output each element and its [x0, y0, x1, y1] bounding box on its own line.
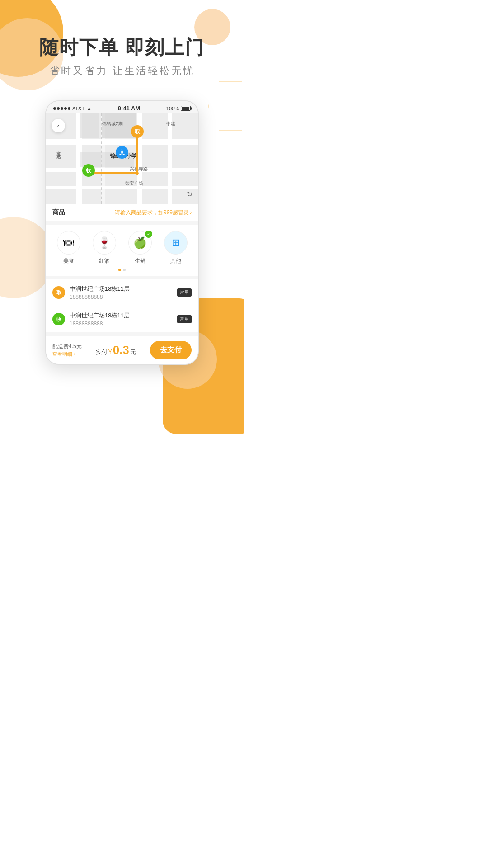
deliver-name: 中润世纪广场18栋11层 [70, 311, 173, 320]
map-area: 锦绣城2期 中建 齐鲁大道 锦绣城小学 兴福寺路 荣宝广场 取 文 收 ‹ [46, 113, 198, 204]
take-pin: 取 [52, 286, 65, 299]
map-label-qilu: 齐鲁大道 [55, 148, 61, 151]
map-label-rongbao: 荣宝广场 [125, 180, 143, 187]
delivery-fee: 配送费4.5元 [52, 343, 82, 350]
price-section: 实付 ¥ 0.3 元 [96, 343, 136, 357]
category-section: 🍽 美食 🍷 红酒 🍏 ✓ [46, 225, 198, 279]
hero-subtitle: 省时又省力 让生活轻松无忧 [18, 64, 226, 78]
food-icon: 🍽 [63, 236, 74, 249]
pin-school: 文 [116, 146, 128, 159]
take-tag: 常用 [177, 288, 192, 297]
price-unit: 元 [130, 348, 136, 356]
battery-icon [181, 106, 191, 111]
phone-container: AT&T ▲ 9:41 AM 100% [0, 91, 244, 365]
pin-deliver: 收 [82, 164, 95, 177]
food-label: 美食 [63, 257, 74, 265]
status-bar: AT&T ▲ 9:41 AM 100% [46, 101, 198, 113]
signal-dots [53, 107, 70, 110]
deliver-phone: 18888888888 [70, 321, 173, 327]
category-other[interactable]: ⊞ 其他 [164, 231, 188, 265]
price-value: 0.3 [113, 343, 129, 357]
delivery-detail[interactable]: 查看明细 › [52, 351, 82, 358]
status-left: AT&T ▲ [53, 105, 92, 112]
dot-2 [123, 269, 126, 271]
category-food[interactable]: 🍽 美食 [57, 231, 80, 265]
hero-title: 随时下单 即刻上门 [18, 36, 226, 59]
goods-label: 商品 [52, 208, 65, 217]
address-take[interactable]: 取 中润世纪广场18栋11层 18888888888 常用 [46, 279, 198, 306]
category-list: 🍽 美食 🍷 红酒 🍏 ✓ [51, 231, 193, 265]
pin-take: 取 [131, 125, 144, 138]
deliver-info: 中润世纪广场18栋11层 18888888888 [70, 311, 173, 327]
fresh-label: 生鲜 [135, 257, 145, 265]
fresh-check: ✓ [145, 231, 152, 238]
hint-arrow: › [190, 209, 192, 216]
category-fresh[interactable]: 🍏 ✓ 生鲜 [128, 231, 152, 265]
category-dots [51, 269, 193, 271]
take-name: 中润世纪广场18栋11层 [70, 285, 173, 293]
take-info: 中润世纪广场18栋11层 18888888888 [70, 285, 173, 300]
map-label-xingfu: 兴福寺路 [130, 166, 148, 172]
refresh-button[interactable]: ↻ [187, 190, 192, 198]
bottom-bar: 配送费4.5元 查看明细 › 实付 ¥ 0.3 元 去支付 [46, 336, 198, 364]
time-display: 9:41 AM [118, 105, 140, 112]
phone-mockup: AT&T ▲ 9:41 AM 100% [45, 100, 199, 365]
price-label: 实付 [96, 348, 108, 356]
take-phone: 18888888888 [70, 294, 173, 300]
battery-percent: 100% [166, 106, 179, 111]
carrier-label: AT&T [72, 106, 84, 111]
address-deliver[interactable]: 收 中润世纪广场18栋11层 18888888888 常用 [46, 306, 198, 332]
address-section: 取 中润世纪广场18栋11层 18888888888 常用 收 中润世纪广场18… [46, 279, 198, 336]
other-label: 其他 [170, 257, 181, 265]
goods-hint[interactable]: 请输入商品要求，如999感冒灵 › [115, 209, 192, 217]
fresh-icon: 🍏 [133, 236, 147, 249]
back-button[interactable]: ‹ [52, 119, 65, 132]
wifi-icon: ▲ [86, 105, 92, 112]
pay-button[interactable]: 去支付 [150, 341, 192, 359]
wine-label: 红酒 [99, 257, 110, 265]
status-right: 100% [166, 106, 191, 111]
dot-1 [118, 269, 121, 271]
wine-icon: 🍷 [98, 236, 111, 249]
delivery-info: 配送费4.5元 查看明细 › [52, 343, 82, 358]
map-label-jinxiu2: 锦绣城2期 [102, 121, 123, 127]
deliver-tag: 常用 [177, 315, 192, 323]
hero-section: 随时下单 即刻上门 省时又省力 让生活轻松无忧 [0, 0, 244, 91]
category-wine[interactable]: 🍷 红酒 [93, 231, 116, 265]
other-icon: ⊞ [172, 237, 180, 249]
map-label-zhongjian: 中建 [166, 121, 175, 127]
price-currency: ¥ [108, 348, 112, 355]
goods-section: 商品 请输入商品要求，如999感冒灵 › [46, 204, 198, 225]
deliver-pin: 收 [52, 313, 65, 326]
